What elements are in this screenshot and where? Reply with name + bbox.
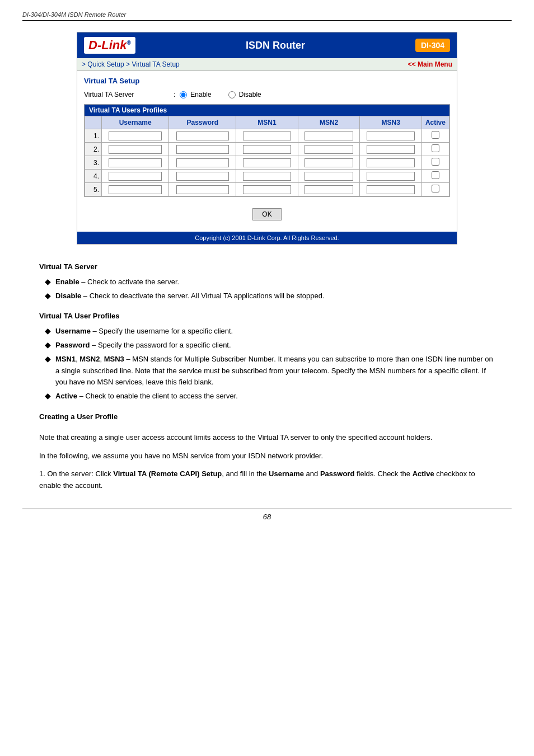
username-input-1[interactable] [109, 132, 162, 140]
logo-trademark: ® [127, 40, 130, 46]
row-num-2: 2. [85, 143, 102, 156]
ok-row: OK [84, 203, 450, 226]
col-username: Username [102, 116, 169, 129]
col-msn1: MSN1 [236, 116, 298, 129]
creating-para2: In the following, we assume you have no … [39, 450, 495, 462]
table-row: 1. [85, 129, 449, 143]
row-msn2-5[interactable] [298, 183, 360, 196]
profiles-header: Virtual TA Users Profiles [85, 105, 449, 116]
setup-title: Virtual TA Setup [84, 77, 450, 85]
disable-desc: Disable – Check to deactivate the server… [55, 290, 325, 302]
msn1-input-2[interactable] [243, 145, 291, 154]
msn3-input-5[interactable] [367, 185, 415, 194]
row-active-3[interactable] [421, 156, 449, 170]
active-checkbox-5[interactable] [432, 185, 439, 192]
row-username-1[interactable] [102, 129, 169, 143]
row-msn1-2[interactable] [236, 143, 298, 156]
page-number: 68 [263, 513, 271, 521]
row-username-4[interactable] [102, 170, 169, 183]
row-active-1[interactable] [421, 129, 449, 143]
row-active-5[interactable] [421, 183, 449, 196]
doc-virtual-ta-server: Virtual TA Server ◆ Enable – Check to ac… [39, 261, 495, 302]
username-input-3[interactable] [109, 158, 162, 167]
row-msn3-2[interactable] [360, 143, 422, 156]
doc-creating-profile: Creating a User Profile [39, 411, 495, 423]
bullet-password: ◆ [45, 340, 51, 351]
row-msn2-4[interactable] [298, 170, 360, 183]
row-msn1-3[interactable] [236, 156, 298, 170]
row-msn3-3[interactable] [360, 156, 422, 170]
msn2-input-4[interactable] [305, 172, 353, 181]
row-msn1-4[interactable] [236, 170, 298, 183]
username-input-4[interactable] [109, 172, 162, 181]
bullet-username: ◆ [45, 326, 51, 337]
row-msn3-1[interactable] [360, 129, 422, 143]
msn3-input-3[interactable] [367, 158, 415, 167]
msn2-input-1[interactable] [305, 132, 353, 140]
msn3-input-4[interactable] [367, 172, 415, 181]
username-input-5[interactable] [109, 185, 162, 194]
row-num-3: 3. [85, 156, 102, 170]
active-checkbox-3[interactable] [432, 158, 439, 166]
row-password-2[interactable] [169, 143, 236, 156]
msn1-input-3[interactable] [243, 158, 291, 167]
username-desc: Username – Specify the username for a sp… [55, 326, 233, 337]
row-active-2[interactable] [421, 143, 449, 156]
list-item-username: ◆ Username – Specify the username for a … [45, 326, 495, 337]
breadcrumb-link[interactable]: > Quick Setup > Virtual TA Setup [82, 60, 180, 68]
ok-button[interactable]: OK [252, 208, 281, 220]
password-input-3[interactable] [176, 158, 229, 167]
row-username-3[interactable] [102, 156, 169, 170]
table-row: 4. [85, 170, 449, 183]
msn1-input-1[interactable] [243, 132, 291, 140]
msn1-input-5[interactable] [243, 185, 291, 194]
table-row: 3. [85, 156, 449, 170]
row-num-1: 1. [85, 129, 102, 143]
active-checkbox-4[interactable] [432, 171, 439, 179]
row-msn3-4[interactable] [360, 170, 422, 183]
row-password-5[interactable] [169, 183, 236, 196]
row-msn2-2[interactable] [298, 143, 360, 156]
password-input-4[interactable] [176, 172, 229, 181]
row-username-5[interactable] [102, 183, 169, 196]
msn1-input-4[interactable] [243, 172, 291, 181]
bullet-disable: ◆ [45, 290, 51, 302]
row-num-4: 4. [85, 170, 102, 183]
username-input-2[interactable] [109, 145, 162, 154]
row-msn2-3[interactable] [298, 156, 360, 170]
row-password-1[interactable] [169, 129, 236, 143]
row-active-4[interactable] [421, 170, 449, 183]
row-msn2-1[interactable] [298, 129, 360, 143]
password-input-2[interactable] [176, 145, 229, 154]
msn3-input-2[interactable] [367, 145, 415, 154]
main-menu-link[interactable]: << Main Menu [408, 60, 452, 68]
doc-server-title: Virtual TA Server [39, 261, 495, 273]
enable-label: Enable [190, 91, 211, 98]
msn2-input-2[interactable] [305, 145, 353, 154]
password-desc: Password – Specify the password for a sp… [55, 340, 231, 351]
creating-step1: 1. On the server: Click Virtual TA (Remo… [39, 468, 495, 492]
bullet-enable: ◆ [45, 276, 51, 288]
di-badge: DI-304 [415, 39, 450, 52]
list-item-msn: ◆ MSN1, MSN2, MSN3 – MSN stands for Mult… [45, 354, 495, 388]
active-desc: Active – Check to enable the client to a… [55, 391, 238, 402]
password-input-5[interactable] [176, 185, 229, 194]
msn2-input-5[interactable] [305, 185, 353, 194]
row-password-3[interactable] [169, 156, 236, 170]
active-checkbox-1[interactable] [432, 131, 439, 139]
col-msn2: MSN2 [298, 116, 360, 129]
row-username-2[interactable] [102, 143, 169, 156]
msn3-input-1[interactable] [367, 132, 415, 140]
server-label: Virtual TA Server [84, 91, 174, 98]
row-msn3-5[interactable] [360, 183, 422, 196]
row-password-4[interactable] [169, 170, 236, 183]
password-input-1[interactable] [176, 132, 229, 140]
disable-radio[interactable] [228, 91, 236, 98]
msn2-input-3[interactable] [305, 158, 353, 167]
row-msn1-1[interactable] [236, 129, 298, 143]
enable-radio[interactable] [180, 91, 187, 98]
disable-label: Disable [239, 91, 261, 98]
row-msn1-5[interactable] [236, 183, 298, 196]
active-checkbox-2[interactable] [432, 144, 439, 152]
bullet-active: ◆ [45, 391, 51, 402]
